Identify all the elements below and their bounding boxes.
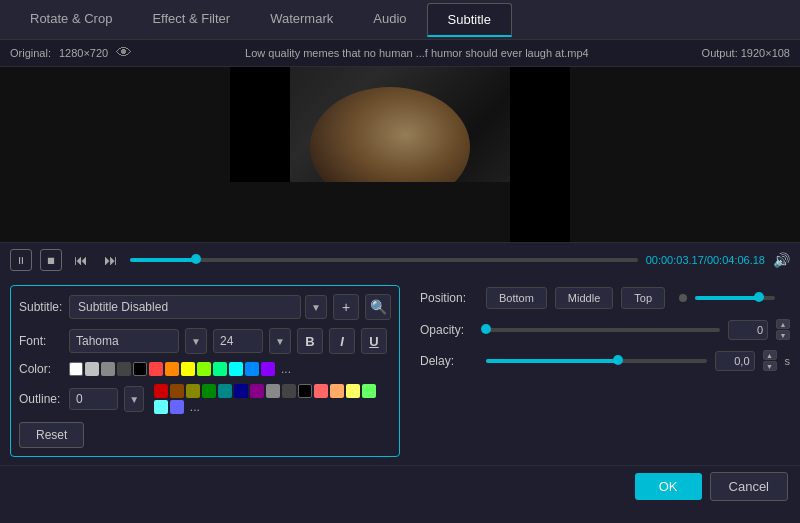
outline-dropdown-arrow[interactable]: ▼ [124, 386, 143, 412]
outline-swatch-olive[interactable] [186, 384, 200, 398]
color-swatch-silver[interactable] [85, 362, 99, 376]
video-thumbnail [230, 67, 570, 242]
outline-swatch-lightyellow[interactable] [346, 384, 360, 398]
color-swatch-teal[interactable] [213, 362, 227, 376]
subtitle-label: Subtitle: [19, 300, 63, 314]
opacity-row: Opacity: ▲ ▼ [420, 319, 790, 340]
outline-swatch-brown[interactable] [170, 384, 184, 398]
color-row: Color: ... [19, 362, 391, 376]
color-swatch-white[interactable] [69, 362, 83, 376]
opacity-up-arrow[interactable]: ▲ [776, 319, 790, 329]
timeline-bar: ⏸ ⏹ ⏮ ⏭ 00:00:03.17/00:04:06.18 🔊 [0, 242, 800, 277]
cancel-button[interactable]: Cancel [710, 472, 788, 501]
outline-swatch-lightred[interactable] [314, 384, 328, 398]
opacity-input[interactable] [728, 320, 768, 340]
delay-input[interactable] [715, 351, 755, 371]
delay-up-arrow[interactable]: ▲ [763, 350, 777, 360]
search-subtitle-button[interactable]: 🔍 [365, 294, 391, 320]
outline-swatch-navy[interactable] [234, 384, 248, 398]
preview-info-bar: Original: 1280×720 👁 Low quality memes t… [0, 40, 800, 67]
font-size-select[interactable]: 24 [213, 329, 263, 353]
pause-button[interactable]: ⏸ [10, 249, 32, 271]
stop-button[interactable]: ⏹ [40, 249, 62, 271]
bold-button[interactable]: B [297, 328, 323, 354]
italic-button[interactable]: I [329, 328, 355, 354]
outline-swatch-darkcyan[interactable] [218, 384, 232, 398]
time-total: 00:04:06.18 [707, 254, 765, 266]
opacity-down-arrow[interactable]: ▼ [776, 330, 790, 340]
prev-frame-button[interactable]: ⏮ [70, 250, 92, 270]
color-label: Color: [19, 362, 63, 376]
color-swatch-yellow[interactable] [181, 362, 195, 376]
reset-button[interactable]: Reset [19, 422, 84, 448]
color-swatch-red[interactable] [149, 362, 163, 376]
ok-button[interactable]: OK [635, 473, 702, 500]
outline-more-button[interactable]: ... [186, 400, 204, 414]
tab-audio[interactable]: Audio [353, 3, 426, 36]
outline-swatch-green[interactable] [202, 384, 216, 398]
preview-filename: Low quality memes that no human ...f hum… [132, 47, 701, 59]
delay-slider[interactable] [486, 359, 707, 363]
outline-swatch-gray2[interactable] [266, 384, 280, 398]
opacity-slider[interactable] [486, 328, 720, 332]
position-slider[interactable] [695, 296, 775, 300]
volume-icon[interactable]: 🔊 [773, 252, 790, 268]
tab-effect-filter[interactable]: Effect & Filter [132, 3, 250, 36]
outline-swatch-purple[interactable] [250, 384, 264, 398]
outline-swatch-lightgreen[interactable] [362, 384, 376, 398]
underline-button[interactable]: U [361, 328, 387, 354]
action-bar: OK Cancel [0, 465, 800, 507]
position-indicator [679, 294, 687, 302]
color-swatch-darkgray[interactable] [117, 362, 131, 376]
outline-swatch-red[interactable] [154, 384, 168, 398]
font-select[interactable]: Tahoma [69, 329, 179, 353]
outline-swatch-peach[interactable] [330, 384, 344, 398]
add-subtitle-button[interactable]: + [333, 294, 359, 320]
delay-unit: s [785, 355, 791, 367]
subtitle-dropdown-arrow[interactable]: ▼ [305, 295, 327, 319]
delay-row: Delay: ▲ ▼ s [420, 350, 790, 371]
color-swatch-blue[interactable] [245, 362, 259, 376]
timeline-progress [130, 258, 196, 262]
color-more-button[interactable]: ... [277, 362, 295, 376]
color-swatch-cyan[interactable] [229, 362, 243, 376]
opacity-label: Opacity: [420, 323, 478, 337]
outline-swatch-lightblue[interactable] [170, 400, 184, 414]
outline-swatch-lightcyan[interactable] [154, 400, 168, 414]
tab-subtitle[interactable]: Subtitle [427, 3, 512, 37]
timeline-track[interactable] [130, 258, 638, 262]
time-display: 00:00:03.17/00:04:06.18 [646, 254, 765, 266]
color-swatch-purple[interactable] [261, 362, 275, 376]
black-bar-right [510, 67, 570, 242]
delay-down-arrow[interactable]: ▼ [763, 361, 777, 371]
tab-watermark[interactable]: Watermark [250, 3, 353, 36]
preview-info-left: Original: 1280×720 👁 [10, 44, 132, 62]
font-dropdown-arrow[interactable]: ▼ [185, 328, 207, 354]
output-resolution: Output: 1920×108 [702, 47, 790, 59]
bottom-panel: Subtitle: Subtitle Disabled ▼ + 🔍 Font: … [0, 277, 800, 465]
position-bottom-button[interactable]: Bottom [486, 287, 547, 309]
color-swatch-gray[interactable] [101, 362, 115, 376]
position-label: Position: [420, 291, 478, 305]
outline-swatch-darkgray2[interactable] [282, 384, 296, 398]
time-current: 00:00:03.17 [646, 254, 704, 266]
video-container [0, 67, 800, 242]
delay-label: Delay: [420, 354, 478, 368]
font-size-dropdown-arrow[interactable]: ▼ [269, 328, 291, 354]
eye-icon[interactable]: 👁 [116, 44, 132, 62]
color-swatch-orange[interactable] [165, 362, 179, 376]
subtitle-row: Subtitle: Subtitle Disabled ▼ + 🔍 [19, 294, 391, 320]
subtitle-controls: Subtitle: Subtitle Disabled ▼ + 🔍 Font: … [10, 285, 400, 457]
outline-swatch-black2[interactable] [298, 384, 312, 398]
tab-rotate-crop[interactable]: Rotate & Crop [10, 3, 132, 36]
original-resolution: 1280×720 [59, 47, 108, 59]
color-swatch-lime[interactable] [197, 362, 211, 376]
next-frame-button[interactable]: ⏭ [100, 250, 122, 270]
timeline-thumb [191, 254, 201, 264]
subtitle-select[interactable]: Subtitle Disabled [69, 295, 301, 319]
position-top-button[interactable]: Top [621, 287, 665, 309]
position-middle-button[interactable]: Middle [555, 287, 613, 309]
color-swatch-black[interactable] [133, 362, 147, 376]
outline-label: Outline: [19, 392, 63, 406]
outline-select[interactable]: 0 [69, 388, 118, 410]
